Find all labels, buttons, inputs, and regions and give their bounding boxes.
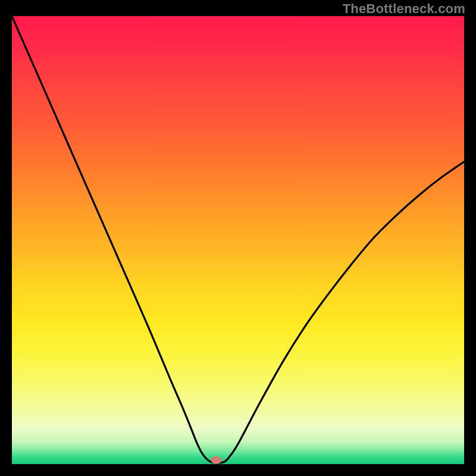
curve-path — [12, 16, 464, 463]
chart-frame: TheBottleneck.com — [0, 0, 476, 476]
watermark-text: TheBottleneck.com — [343, 1, 465, 17]
minimum-marker — [211, 456, 222, 464]
plot-area — [12, 16, 464, 464]
bottleneck-curve — [12, 16, 464, 464]
